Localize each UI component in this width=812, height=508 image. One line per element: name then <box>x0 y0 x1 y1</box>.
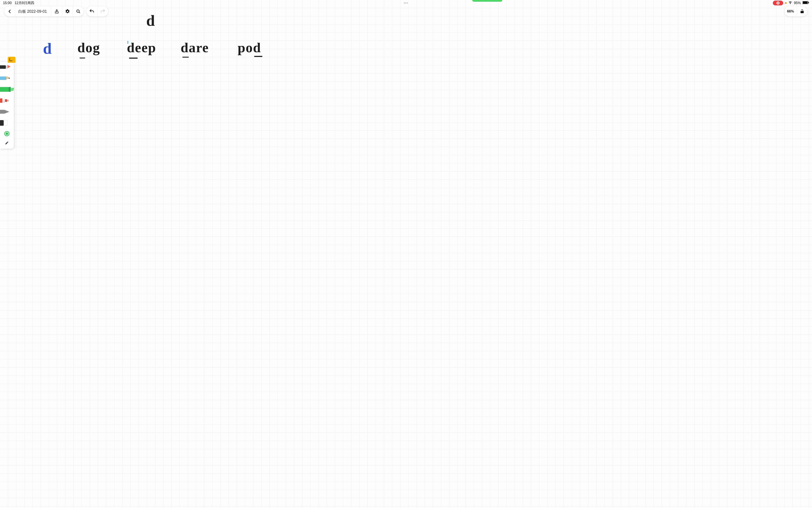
tool-palette <box>0 62 14 149</box>
handwriting-blue-d: d <box>43 41 52 56</box>
tool-pencil[interactable] <box>0 75 12 82</box>
toolbar-right: 66% <box>784 6 807 16</box>
svg-line-6 <box>79 12 80 13</box>
svg-rect-3 <box>808 2 809 3</box>
share-button[interactable] <box>51 6 62 16</box>
undo-button[interactable] <box>86 6 97 16</box>
document-title: 白板 2022-09-01 <box>17 9 50 14</box>
wifi-icon <box>788 1 792 5</box>
svg-point-0 <box>790 3 790 4</box>
current-color-button[interactable] <box>4 131 9 136</box>
battery-icon <box>803 1 809 5</box>
handwriting-word-pod: pod <box>238 41 261 54</box>
tool-eraser[interactable] <box>0 120 12 126</box>
status-bar: 15:00 12月8日周四 ••• 95% <box>0 0 812 6</box>
lock-button[interactable] <box>797 6 807 16</box>
screen-record-pill[interactable] <box>773 1 783 5</box>
search-button[interactable] <box>73 6 83 16</box>
edit-palette-button[interactable] <box>5 141 9 146</box>
redo-button[interactable] <box>97 6 108 16</box>
toolbar-group-history <box>86 6 108 16</box>
toolbar-group-main: 白板 2022-09-01 <box>4 6 83 16</box>
handwriting-word-dog: dog <box>77 41 100 54</box>
zoom-label: 66% <box>787 9 794 13</box>
toolbar-group-zoom: 66% <box>784 6 807 16</box>
tool-fine-pen[interactable] <box>0 64 12 71</box>
handwriting-top-d: d <box>146 13 155 28</box>
tool-brush[interactable] <box>0 109 12 115</box>
status-time: 15:00 <box>3 1 12 5</box>
underline-deep <box>129 57 138 59</box>
underline-dog <box>80 57 85 58</box>
tool-paint[interactable] <box>0 97 12 104</box>
document-title-button[interactable]: 白板 2022-09-01 <box>15 6 51 16</box>
tool-highlighter[interactable] <box>0 86 15 93</box>
main-toolbar: 白板 2022-09-01 <box>4 6 108 16</box>
underline-dare <box>182 57 189 57</box>
svg-rect-2 <box>803 1 808 4</box>
underline-pod <box>254 56 262 57</box>
whiteboard-canvas[interactable] <box>0 0 812 508</box>
zoom-level[interactable]: 66% <box>784 6 797 16</box>
battery-percent: 95% <box>794 1 801 5</box>
palette-tab[interactable] <box>8 57 15 63</box>
back-button[interactable] <box>4 6 15 16</box>
privacy-dot-icon <box>785 2 787 4</box>
handwriting-word-dare: dare <box>181 41 209 54</box>
handwriting-word-deep: deep <box>127 41 156 54</box>
settings-button[interactable] <box>62 6 73 16</box>
status-date: 12月8日周四 <box>14 1 34 5</box>
stray-mark <box>127 41 128 44</box>
menu-ellipsis-icon[interactable]: ••• <box>404 1 409 5</box>
